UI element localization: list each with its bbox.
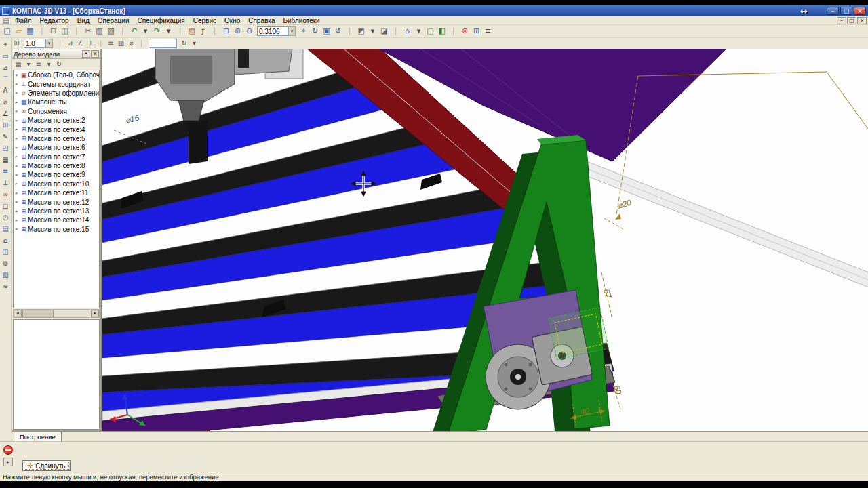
tree-expander-icon[interactable]: ▸ <box>14 145 20 150</box>
restore-button[interactable]: ▢ <box>840 7 852 15</box>
menu-libraries[interactable]: Библиотеки <box>279 17 323 24</box>
tree-composition-dropdown-icon[interactable]: ▾ <box>44 60 54 69</box>
menu-operations[interactable]: Операции <box>94 17 134 24</box>
compact-rotate-icon[interactable]: ◷ <box>1 212 11 222</box>
tree-item-array-14[interactable]: ▸ ⊞ Массив по сетке:14 <box>14 216 99 224</box>
tree-item-array-8[interactable]: ▸ ⊞ Массив по сетке:8 <box>14 161 99 170</box>
update-icon[interactable]: ↻ <box>179 39 189 48</box>
tree-composition-icon[interactable]: ≡ <box>34 60 43 69</box>
tab-construction[interactable]: Построение <box>14 432 62 441</box>
orientation-icon[interactable]: ⌂ <box>401 26 413 37</box>
open-document-icon[interactable]: ▱ <box>13 26 24 37</box>
tree-expander-icon[interactable]: ▸ <box>14 163 20 169</box>
save-icon[interactable]: ▦ <box>24 26 36 37</box>
mdi-close-button[interactable]: × <box>857 17 867 24</box>
tree-expander-icon[interactable]: ▸ <box>14 172 20 178</box>
tree-item-assembly[interactable]: ▾ ▣ Сборка (Тел-0, Сборочных еди <box>14 70 99 79</box>
compact-sheet-icon[interactable]: ▤ <box>1 224 11 234</box>
dimension-40[interactable]: 40 <box>579 406 590 417</box>
compact-array-icon[interactable]: ▦ <box>1 155 11 165</box>
compact-circle-icon[interactable]: ⊚ <box>1 258 11 268</box>
zoom-rect-icon[interactable]: ⊡ <box>220 26 232 37</box>
compact-view-icon[interactable]: ◰ <box>1 143 11 153</box>
scroll-thumb[interactable] <box>22 310 54 317</box>
tree-expander-icon[interactable]: ▸ <box>14 199 20 205</box>
zoom-scale-input[interactable] <box>257 26 288 36</box>
wireframe-icon[interactable]: ▢ <box>425 26 436 37</box>
tree-item-array-10[interactable]: ▸ ⊞ Массив по сетке:10 <box>14 180 99 188</box>
tree-item-array-2[interactable]: ▸ ⊞ Массив по сетке:2 <box>14 116 99 125</box>
layers-icon[interactable]: ≡ <box>106 39 116 48</box>
compact-mates-icon[interactable]: ∞ <box>1 189 11 199</box>
settings-grid-icon[interactable]: ⊞ <box>12 39 22 48</box>
scroll-right-icon[interactable]: ▸ <box>91 310 99 317</box>
tree-item-array-4[interactable]: ▸ ⊞ Массив по сетке:4 <box>14 125 99 134</box>
pan-icon[interactable]: ⌖ <box>298 26 309 37</box>
zoom-fit-icon[interactable]: ▣ <box>321 26 332 37</box>
step-dropdown-icon[interactable]: ▾ <box>45 39 53 48</box>
graphics-area[interactable]: ⌀16 ⌀20 67 60 40 <box>101 49 868 431</box>
tree-item-mates[interactable]: ▸ ∞ Сопряжения <box>14 107 99 116</box>
tree-item-components[interactable]: ▸ ▦ Компоненты <box>14 98 99 106</box>
layout-icon[interactable]: ▥ <box>116 39 126 48</box>
compact-home-icon[interactable]: ⌂ <box>1 235 11 245</box>
options-dropdown-icon[interactable]: ▾ <box>189 39 199 48</box>
minimize-button[interactable]: – <box>827 7 839 15</box>
compact-window-icon[interactable]: ◫ <box>1 247 11 257</box>
tree-item-array-15[interactable]: ▸ ⊞ Массив по сетке:15 <box>14 225 99 234</box>
tree-item-array-9[interactable]: ▸ ⊞ Массив по сетке:9 <box>14 170 99 179</box>
tree-expander-icon[interactable]: ▸ <box>14 154 20 159</box>
rebuild-icon[interactable]: ⊚ <box>459 26 471 37</box>
menu-specification[interactable]: Спецификация <box>134 17 189 24</box>
zoom-in-icon[interactable]: ⊕ <box>232 26 243 37</box>
orientation-dropdown-icon[interactable]: ▾ <box>413 26 425 37</box>
tree-item-array-7[interactable]: ▸ ⊞ Массив по сетке:7 <box>14 152 99 161</box>
shaded-icon[interactable]: ◧ <box>436 26 448 37</box>
angle-snap-icon[interactable]: ∠ <box>75 39 85 48</box>
tree-expander-icon[interactable]: ▸ <box>14 81 20 87</box>
tree-item-design-elements[interactable]: ▸ ⌀ Элементы оформления <box>14 89 99 98</box>
tree-expander-icon[interactable]: ▸ <box>14 218 20 223</box>
tree-expander-icon[interactable]: ▸ <box>14 181 20 186</box>
tree-structure-icon[interactable]: ▦ <box>14 60 23 69</box>
tree-expander-icon[interactable]: ▸ <box>14 100 20 105</box>
grid-icon[interactable]: ⊞ <box>471 26 482 37</box>
redo-icon[interactable]: ↷ <box>151 26 163 37</box>
tree-expander-icon[interactable]: ▸ <box>14 127 20 132</box>
tree-item-coordinate-systems[interactable]: ▸ ⊥ Системы координат <box>14 79 99 88</box>
compact-line-icon[interactable]: ▭ <box>1 51 11 61</box>
zoom-out-icon[interactable]: ⊖ <box>243 26 255 37</box>
compact-angle-icon[interactable]: ∠ <box>1 108 11 119</box>
tree-item-array-13[interactable]: ▸ ⊞ Массив по сетке:13 <box>14 207 99 216</box>
menu-service[interactable]: Сервис <box>189 17 220 24</box>
menu-editor[interactable]: Редактор <box>36 17 73 24</box>
tree-structure-dropdown-icon[interactable]: ▾ <box>24 60 33 69</box>
copy-icon[interactable]: ▥ <box>94 26 105 37</box>
parameter-input[interactable] <box>149 39 177 48</box>
refresh-view-icon[interactable]: ↺ <box>332 26 344 37</box>
step-input[interactable] <box>24 39 45 48</box>
move-command-button[interactable]: ✛ Сдвинуть <box>22 460 71 471</box>
redo-dropdown-icon[interactable]: ▾ <box>163 26 174 37</box>
measure-icon[interactable]: ⌀ <box>126 39 136 48</box>
tree-refresh-icon[interactable]: ↻ <box>54 60 64 69</box>
compact-sketch-icon[interactable]: ⊿ <box>1 62 11 73</box>
compact-pointer-icon[interactable]: ⌖ <box>1 39 11 49</box>
compact-grid-icon[interactable]: ⊞ <box>1 120 11 130</box>
menu-help[interactable]: Справка <box>244 17 279 24</box>
ortho-icon[interactable]: ⊥ <box>85 39 96 48</box>
hide-objects-icon[interactable]: ◩ <box>355 26 367 37</box>
close-button[interactable]: × <box>854 7 866 15</box>
menu-window[interactable]: Окно <box>220 17 244 24</box>
compact-hatch-icon[interactable]: ▧ <box>1 270 11 280</box>
mdi-restore-button[interactable]: ▢ <box>847 17 856 24</box>
tree-expander-icon[interactable]: ▸ <box>14 90 20 96</box>
properties-icon[interactable]: ≡ <box>482 26 494 37</box>
tree-expander-icon[interactable]: ▸ <box>14 209 20 214</box>
compact-surface-icon[interactable]: ◻ <box>1 201 11 211</box>
snap-icon[interactable]: ⊿ <box>65 39 75 48</box>
pin-button[interactable]: • <box>82 50 90 58</box>
new-document-icon[interactable]: ▢ <box>1 26 13 37</box>
interrupt-command-icon[interactable] <box>3 445 13 455</box>
tree-expander-icon[interactable]: ▸ <box>14 136 20 141</box>
